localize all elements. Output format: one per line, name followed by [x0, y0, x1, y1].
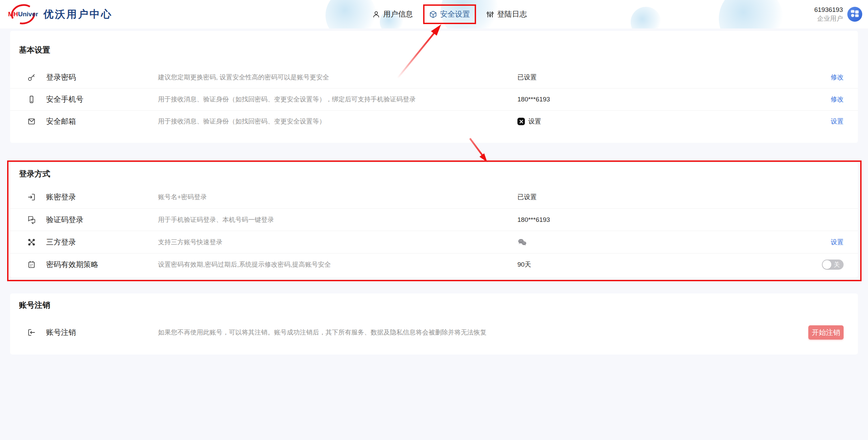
sms-icon — [27, 215, 46, 224]
cube-icon — [429, 11, 437, 18]
key-icon — [27, 73, 46, 82]
row-label: 三方登录 — [46, 237, 158, 247]
user-account: 61936193 — [814, 5, 843, 14]
row-login-password: 登录密码 建议您定期更换密码, 设置安全性高的密码可以是账号更安全 已设置 修改 — [10, 66, 858, 88]
logo-mark-blue: Univer — [18, 11, 38, 18]
decorative-wave — [326, 0, 376, 28]
set-link[interactable]: 设置 — [831, 238, 844, 247]
row-status: 180***6193 — [517, 96, 831, 103]
user-icon — [372, 11, 380, 18]
row-sms-code-login: 验证码登录 用于手机验证码登录、本机号码一键登录 180***6193 — [10, 208, 858, 231]
row-third-party-login: 三方登录 支持三方账号快速登录 — [10, 231, 858, 253]
avatar[interactable] — [847, 6, 863, 22]
nav-item-security-settings[interactable]: 安全设置 — [423, 4, 476, 24]
not-set-x-badge — [517, 118, 525, 125]
nav-label: 安全设置 — [440, 9, 470, 19]
logo[interactable]: MHUniver 优沃用户中心 — [7, 4, 113, 25]
row-status: 180***6193 — [517, 216, 844, 224]
nav-label: 登陆日志 — [497, 9, 527, 19]
logo-mark: MHUniver — [7, 4, 39, 25]
row-desc: 设置密码有效期,密码过期后,系统提示修改密码,提高账号安全 — [158, 260, 517, 269]
mail-icon — [27, 117, 46, 126]
row-status: 设置 — [517, 117, 831, 126]
row-security-email: 安全邮箱 用于接收消息、验证身份（如找回密码、变更安全设置等） 设置 设置 — [10, 110, 858, 132]
row-desc: 用于接收消息、验证身份（如找回密码、变更安全设置等） — [158, 117, 517, 126]
row-desc: 如果您不再使用此账号，可以将其注销。账号成功注销后，其下所有服务、数据及隐私信息… — [158, 328, 808, 337]
section-title: 登录方式 — [10, 168, 858, 179]
toggle-off-label: 关 — [834, 260, 840, 270]
row-status: 90天 — [517, 260, 822, 269]
row-label: 账号注销 — [46, 327, 158, 338]
section-account-cancellation: 账号注销 账号注销 如果您不再使用此账号，可以将其注销。账号成功注销后，其下所有… — [10, 293, 858, 355]
row-label: 安全手机号 — [46, 94, 158, 104]
section-login-methods: 登录方式 账密登录 账号名+密码登录 已设置 验证码登录 — [10, 163, 858, 278]
logo-mark-red: MH — [8, 11, 18, 18]
decorative-wave — [719, 0, 783, 28]
wechat-icon — [517, 238, 527, 246]
row-label: 安全邮箱 — [46, 116, 158, 127]
decorative-wave — [631, 7, 661, 28]
logout-icon — [27, 328, 46, 337]
main-nav: 用户信息 安全设置 登陆日志 — [372, 0, 527, 28]
row-status-text: 设置 — [528, 117, 541, 126]
start-cancellation-button[interactable]: 开始注销 — [808, 325, 844, 340]
row-account-cancellation: 账号注销 如果您不再使用此账号，可以将其注销。账号成功注销后，其下所有服务、数据… — [10, 310, 858, 355]
log-sliders-icon — [486, 11, 494, 18]
app-title: 优沃用户中心 — [43, 7, 113, 21]
row-security-phone: 安全手机号 用于接收消息、验证身份（如找回密码、变更安全设置等），绑定后可支持手… — [10, 88, 858, 110]
share-nodes-icon — [27, 238, 46, 247]
row-label: 密码有效期策略 — [46, 260, 158, 270]
nav-item-login-logs[interactable]: 登陆日志 — [486, 9, 527, 19]
main-content: 基本设置 登录密码 建议您定期更换密码, 设置安全性高的密码可以是账号更安全 已… — [0, 31, 868, 355]
section-title: 基本设置 — [10, 44, 858, 55]
top-header: MHUniver 优沃用户中心 用户信息 安全设置 登陆日志 61936193 — [0, 0, 868, 28]
row-label: 验证码登录 — [46, 215, 158, 225]
row-label: 账密登录 — [46, 192, 158, 202]
toggle-knob — [823, 260, 831, 269]
section-title: 账号注销 — [10, 300, 858, 310]
user-type-badge: 企业用户 — [814, 14, 843, 23]
row-desc: 用于接收消息、验证身份（如找回密码、变更安全设置等），绑定后可支持手机验证码登录 — [158, 95, 517, 104]
password-expiry-toggle[interactable]: 关 — [822, 260, 844, 270]
row-label: 登录密码 — [46, 72, 158, 82]
row-status: 已设置 — [517, 193, 844, 202]
row-status: 已设置 — [517, 73, 831, 82]
row-desc: 账号名+密码登录 — [158, 193, 517, 202]
nav-label: 用户信息 — [383, 9, 413, 19]
modify-link[interactable]: 修改 — [831, 73, 844, 82]
modify-link[interactable]: 修改 — [831, 95, 844, 104]
row-desc: 用于手机验证码登录、本机号码一键登录 — [158, 215, 517, 224]
calendar-icon — [27, 260, 46, 269]
user-widget[interactable]: 61936193 企业用户 — [814, 0, 863, 28]
section-basic-settings: 基本设置 登录密码 建议您定期更换密码, 设置安全性高的密码可以是账号更安全 已… — [10, 31, 858, 143]
user-meta: 61936193 企业用户 — [814, 5, 843, 23]
row-account-password-login: 账密登录 账号名+密码登录 已设置 — [10, 186, 858, 208]
row-status — [517, 238, 831, 246]
phone-icon — [27, 95, 46, 104]
login-icon — [27, 193, 46, 202]
row-desc: 建议您定期更换密码, 设置安全性高的密码可以是账号更安全 — [158, 73, 517, 82]
row-password-expiry-policy: 密码有效期策略 设置密码有效期,密码过期后,系统提示修改密码,提高账号安全 90… — [10, 253, 858, 275]
row-desc: 支持三方账号快速登录 — [158, 238, 517, 247]
set-link[interactable]: 设置 — [831, 117, 844, 126]
nav-item-user-info[interactable]: 用户信息 — [372, 9, 413, 19]
